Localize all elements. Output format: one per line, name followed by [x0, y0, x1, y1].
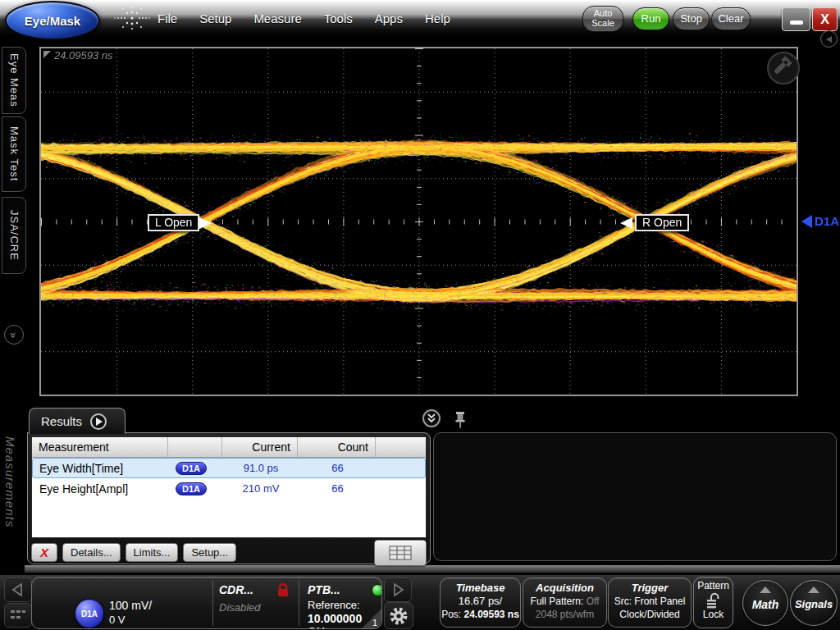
clear-button[interactable]: Clear [711, 7, 751, 30]
auto-scale-button[interactable]: Auto Scale [582, 6, 623, 32]
column-header-measurement[interactable]: Measurement [32, 437, 168, 457]
table-grid-icon [389, 546, 412, 560]
results-button-row: X Details... Limits... Setup... [31, 541, 427, 564]
results-collapse-button[interactable] [422, 409, 441, 427]
setup-button[interactable]: Setup... [183, 543, 236, 562]
trigger-panel[interactable]: Trigger Src: Front Panel Clock/Divided [608, 578, 692, 628]
sidebar-tab-mask-test[interactable]: Mask Test [2, 116, 26, 192]
ptb-status-led [372, 584, 382, 596]
results-table[interactable]: Measurement Current Count Eye Width[Time… [31, 436, 427, 538]
results-row[interactable]: Eye Height[Ampl]D1A210 mV66 [32, 478, 426, 499]
trigger-source: Src: Front Panel [614, 596, 686, 607]
settings-gear-button[interactable] [384, 602, 413, 629]
results-rows: Eye Width[Time]D1A91.0 ps66Eye Height[Am… [32, 458, 426, 499]
measurement-name: Eye Width[Time] [33, 462, 169, 475]
menu-item-measure[interactable]: Measure [253, 11, 301, 25]
cdr-lock-icon [276, 582, 290, 597]
auto-scale-label-line2: Scale [591, 19, 614, 29]
double-chevron-icon: » [8, 331, 19, 337]
menu-item-help[interactable]: Help [425, 11, 450, 25]
minimize-button[interactable] [782, 7, 810, 31]
pattern-lock-button[interactable]: Pattern Lock [693, 577, 733, 628]
signals-label: Signals [795, 598, 833, 610]
results-bottom-strip [25, 565, 840, 573]
menu-item-file[interactable]: File [158, 11, 177, 25]
menu-item-setup[interactable]: Setup [199, 11, 231, 25]
channel-offset[interactable]: 0 V [109, 614, 126, 626]
sidebar-tab-eye-meas[interactable]: Eye Meas [2, 47, 26, 114]
timebase-pos-value: 24.09593 ns [463, 609, 518, 620]
trigger-mode: Clock/Divided [619, 609, 679, 620]
signals-up-arrow-icon [808, 587, 819, 593]
limits-button[interactable]: Limits... [126, 543, 179, 562]
graticule-tools-button[interactable] [767, 52, 800, 84]
r-open-marker[interactable]: R Open [635, 214, 689, 231]
cdr-title[interactable]: CDR... [219, 583, 253, 596]
trigger-title: Trigger [632, 582, 669, 594]
acquisition-pattern-value: Off [587, 596, 600, 607]
results-tab[interactable]: Results [29, 408, 126, 434]
channel-badge-d1a[interactable]: D1A [75, 599, 104, 628]
column-header-filler [376, 437, 426, 457]
column-header-source[interactable] [168, 437, 222, 457]
timebase-panel[interactable]: Timebase 16.67 ps/ Pos: 24.09593 ns [440, 578, 521, 628]
close-icon: X [820, 12, 829, 27]
timebase-pos-label: Pos: [441, 609, 461, 620]
acquisition-pattern: Full Pattern: Off [531, 596, 600, 607]
l-open-arrow-icon[interactable] [199, 217, 212, 229]
channel-scale[interactable]: 100 mV/ [109, 599, 152, 612]
delete-measurement-button[interactable]: X [31, 543, 57, 562]
menu-item-tools[interactable]: Tools [324, 11, 353, 25]
cdr-status: Disabled [219, 601, 261, 614]
prev-signal-button[interactable] [4, 578, 32, 602]
results-tab-label: Results [41, 414, 82, 428]
ptb-title[interactable]: PTB... [308, 583, 340, 596]
signals-button[interactable]: Signals [790, 580, 838, 626]
current-value: 91.0 ps [223, 462, 299, 474]
channel-marker-d1a[interactable]: D1A [801, 214, 839, 228]
table-view-button[interactable] [374, 540, 427, 566]
next-signal-button[interactable] [384, 578, 412, 602]
panel-divider [299, 580, 299, 626]
waveform-graticule[interactable]: 24.09593 ns L Open R Open [39, 47, 798, 396]
math-button[interactable]: Math [742, 580, 788, 626]
signal-grid-button[interactable] [4, 603, 32, 628]
column-header-current[interactable]: Current [222, 437, 298, 457]
left-arrow-icon [826, 36, 832, 43]
panel-collapse-arrow-button[interactable] [820, 30, 838, 48]
pin-icon[interactable] [453, 410, 468, 428]
math-up-arrow-icon [760, 587, 771, 593]
acquisition-panel[interactable]: Acquisition Full Pattern: Off 2048 pts/w… [523, 578, 607, 628]
play-icon [96, 418, 103, 426]
gear-icon [388, 605, 409, 627]
channel-marker-arrow-icon [801, 215, 812, 228]
close-button[interactable]: X [812, 7, 838, 31]
channel-marker-label: D1A [815, 214, 839, 228]
measurement-dock-panel [433, 432, 837, 561]
grid-icon [9, 608, 27, 623]
acquisition-points: 2048 pts/wfm [536, 609, 594, 620]
delete-x-icon: X [40, 546, 48, 559]
menu-item-apps[interactable]: Apps [375, 11, 403, 25]
minimize-icon [790, 21, 803, 25]
pattern-lock-label-top: Pattern [697, 580, 729, 591]
details-button[interactable]: Details... [62, 543, 121, 562]
results-row[interactable]: Eye Width[Time]D1A91.0 ps66 [32, 458, 426, 478]
run-button[interactable]: Run [632, 7, 669, 30]
sidebar-expand-button[interactable]: » [4, 325, 24, 345]
eye-mask-mode-badge[interactable]: Eye/Mask [5, 1, 100, 40]
status-bar: D1A 100 mV/ 0 V CDR... Disabled PTB... R… [0, 574, 840, 630]
results-frame: Measurement Current Count Eye Width[Time… [27, 432, 431, 564]
title-bar: Eye/Mask FileSetupMeasureToolsAppsHelp A… [0, 0, 840, 36]
l-open-marker[interactable]: L Open [148, 214, 199, 231]
r-open-arrow-icon[interactable] [620, 217, 632, 229]
timebase-title: Timebase [456, 582, 505, 594]
column-header-count[interactable]: Count [298, 437, 376, 457]
results-play-button[interactable] [90, 413, 107, 430]
flexdca-eye-mask-app: { "titlebar": { "app_badge": "Eye/Mask",… [0, 0, 840, 630]
source-badge: D1A [169, 461, 223, 475]
stop-button[interactable]: Stop [673, 7, 710, 30]
math-label: Math [752, 598, 779, 611]
timebase-marker-icon [43, 51, 51, 58]
sidebar-tab-jsa-cre[interactable]: JSA/CRE [2, 197, 26, 274]
